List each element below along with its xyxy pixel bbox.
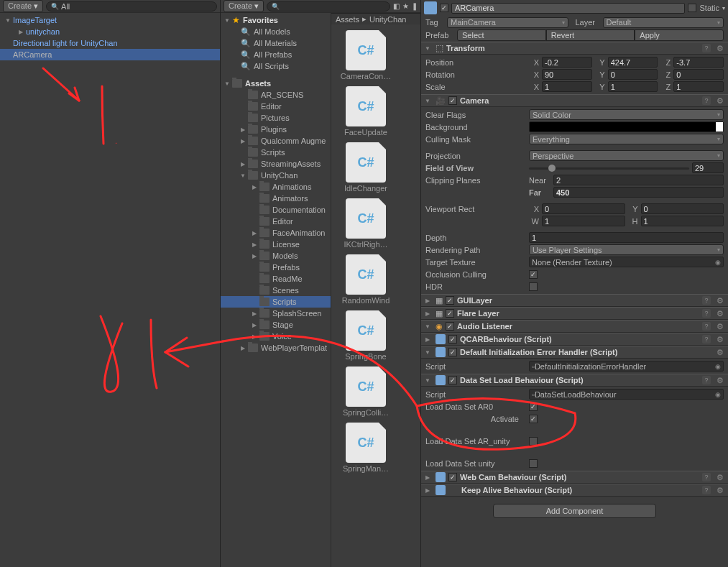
favorite-item[interactable]: 🔍All Prefabs: [221, 49, 331, 60]
asset-item[interactable]: SpringColli…: [337, 367, 395, 417]
folder-item[interactable]: ▶FaceAnimation: [221, 227, 331, 239]
gameobject-icon[interactable]: [424, 1, 437, 14]
project-search-input[interactable]: [267, 1, 390, 11]
favorites-header[interactable]: ▼★Favorites: [221, 14, 331, 26]
scale-x-input[interactable]: [542, 81, 592, 92]
hdr-checkbox[interactable]: [529, 282, 538, 291]
static-checkbox[interactable]: [688, 4, 696, 12]
foldout-icon[interactable]: ▶: [251, 310, 258, 317]
folder-item[interactable]: Scripts: [221, 147, 331, 158]
scale-y-input[interactable]: [608, 81, 658, 92]
audio-component-header[interactable]: ▼◉✓Audio Listener?⚙: [421, 320, 728, 333]
help-icon[interactable]: ?: [702, 96, 711, 105]
guilayer-component-header[interactable]: ▶▦✓GUILayer?⚙: [421, 294, 728, 307]
folder-item[interactable]: ReadMe: [221, 273, 331, 285]
prefab-revert-button[interactable]: Revert: [546, 29, 635, 41]
help-icon[interactable]: ?: [702, 335, 711, 344]
load-unity-checkbox[interactable]: [529, 459, 538, 468]
folder-item[interactable]: Pictures: [221, 112, 331, 124]
help-icon[interactable]: ?: [702, 473, 711, 481]
foldout-icon[interactable]: ▶: [239, 344, 246, 351]
gear-icon[interactable]: ⚙: [717, 44, 725, 52]
foldout-icon[interactable]: ▶: [251, 252, 258, 259]
position-x-input[interactable]: [542, 57, 592, 68]
foldout-icon[interactable]: ▶: [251, 241, 258, 248]
flare-component-header[interactable]: ▶▦✓Flare Layer?⚙: [421, 307, 728, 320]
gear-icon[interactable]: ⚙: [717, 473, 725, 481]
foldout-icon[interactable]: ▶: [251, 333, 258, 340]
folder-item[interactable]: Editor: [221, 101, 331, 112]
gear-icon[interactable]: ⚙: [717, 96, 725, 105]
folder-item[interactable]: Editor: [221, 216, 331, 227]
culling-mask-dropdown[interactable]: Everything: [529, 134, 724, 144]
hierarchy-create-button[interactable]: Create ▾: [3, 0, 43, 12]
rendering-path-dropdown[interactable]: Use Player Settings: [529, 244, 724, 255]
favorite-item[interactable]: 🔍All Models: [221, 26, 331, 37]
script-field[interactable]: ▫DataSetLoadBehaviour: [529, 389, 724, 400]
help-icon[interactable]: ?: [702, 309, 711, 318]
clear-flags-dropdown[interactable]: Solid Color: [529, 109, 724, 120]
hierarchy-item-imagetarget[interactable]: ▼ImageTarget: [0, 14, 220, 26]
foldout-icon[interactable]: ▶: [239, 160, 246, 167]
position-y-input[interactable]: [608, 57, 658, 68]
qcar-component-header[interactable]: ▶✓QCARBehaviour (Script)?⚙: [421, 333, 728, 346]
foldout-icon[interactable]: ▼: [4, 17, 11, 24]
projection-dropdown[interactable]: Perspective: [529, 150, 724, 161]
folder-item[interactable]: ▶Plugins: [221, 124, 331, 135]
dslb-component-header[interactable]: ▼✓Data Set Load Behaviour (Script)?⚙: [421, 374, 728, 387]
assets-root[interactable]: ▼Assets: [221, 78, 331, 89]
help-icon[interactable]: ?: [702, 486, 711, 494]
folder-item[interactable]: ▶SplashScreen: [221, 308, 331, 319]
camera-enabled-checkbox[interactable]: ✓: [448, 96, 457, 105]
favorite-item[interactable]: 🔍All Materials: [221, 37, 331, 49]
tag-dropdown[interactable]: MainCamera: [447, 17, 568, 28]
folder-item[interactable]: ▶Voice: [221, 331, 331, 342]
help-icon[interactable]: ?: [702, 296, 711, 305]
folder-item[interactable]: ▶Stage: [221, 319, 331, 331]
viewport-x-input[interactable]: [542, 203, 625, 214]
folder-item[interactable]: ▶Qualcomm Augme: [221, 135, 331, 147]
foldout-icon[interactable]: ▶: [239, 137, 246, 144]
viewport-w-input[interactable]: [542, 216, 625, 226]
load-ar0-checkbox[interactable]: ✓: [529, 402, 538, 411]
viewport-h-input[interactable]: [641, 216, 724, 226]
folder-item[interactable]: Scripts: [221, 296, 331, 308]
gear-icon[interactable]: ⚙: [717, 486, 725, 494]
rotation-z-input[interactable]: [673, 69, 724, 80]
project-breadcrumb[interactable]: Assets▸UnityChan: [331, 13, 420, 24]
folder-item[interactable]: ▶WebPlayerTemplat: [221, 342, 331, 354]
fov-slider[interactable]: [529, 163, 689, 173]
rotation-y-input[interactable]: [608, 69, 658, 80]
webcam-component-header[interactable]: ▶✓Web Cam Behaviour (Script)?⚙: [421, 471, 728, 484]
transform-component-header[interactable]: ▼⬚ Transform ? ⚙: [421, 42, 728, 55]
far-clip-input[interactable]: [553, 187, 724, 198]
asset-item[interactable]: CameraCon…: [337, 30, 395, 80]
load-ar-unity-checkbox[interactable]: [529, 437, 538, 446]
folder-item[interactable]: ▼UnityChan: [221, 170, 331, 181]
position-z-input[interactable]: [673, 57, 724, 68]
favorite-item[interactable]: 🔍All Scripts: [221, 60, 331, 72]
dieh-component-header[interactable]: ▼✓Default Initialization Error Handler (…: [421, 346, 728, 359]
folder-item[interactable]: AR_SCENS: [221, 89, 331, 101]
filter-icon[interactable]: ★: [402, 2, 409, 10]
folder-item[interactable]: Documentation: [221, 204, 331, 216]
foldout-icon[interactable]: ▼: [239, 172, 246, 179]
gear-icon[interactable]: ⚙: [717, 335, 725, 344]
foldout-icon[interactable]: ▶: [251, 229, 258, 236]
script-field[interactable]: ▫DefaultInitializationErrorHandler: [529, 361, 724, 372]
layer-dropdown[interactable]: Default: [603, 17, 724, 28]
hierarchy-item-light[interactable]: Directional light for UnityChan: [0, 37, 220, 49]
folder-item[interactable]: ▶Models: [221, 250, 331, 262]
asset-item[interactable]: RandomWind: [337, 254, 395, 305]
help-icon[interactable]: ?: [702, 376, 711, 384]
background-color-field[interactable]: [529, 121, 724, 132]
hierarchy-item-arcamera[interactable]: ARCamera: [0, 49, 220, 60]
project-create-button[interactable]: Create ▾: [224, 0, 264, 12]
foldout-icon[interactable]: ▶: [17, 28, 24, 35]
folder-item[interactable]: ▶Animations: [221, 181, 331, 193]
gear-icon[interactable]: ⚙: [717, 376, 725, 384]
rotation-x-input[interactable]: [542, 69, 592, 80]
asset-item[interactable]: IdleChanger: [337, 142, 395, 193]
help-icon[interactable]: ?: [702, 44, 711, 52]
asset-item[interactable]: SpringBone: [337, 310, 395, 361]
